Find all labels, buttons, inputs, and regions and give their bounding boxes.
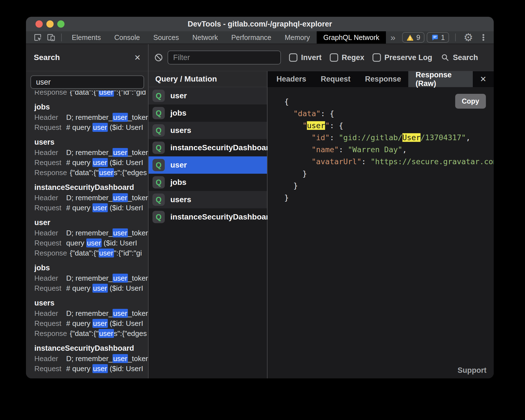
search-result-line[interactable]: Request# query user ($id: UserI: [34, 203, 148, 213]
query-item-user[interactable]: Quser: [149, 87, 267, 104]
invert-checkbox-box[interactable]: [289, 53, 297, 62]
search-panel-title: Search: [34, 53, 60, 62]
query-item-jobs[interactable]: Qjobs: [149, 104, 267, 122]
inspect-element-icon[interactable]: [31, 31, 44, 44]
devtools-tab-console[interactable]: Console: [108, 31, 147, 44]
search-result-line[interactable]: Request# query user ($id: UserI: [34, 318, 148, 328]
search-result-line[interactable]: HeaderD; remember_user_token=e: [34, 228, 148, 238]
query-item-label: user: [170, 161, 187, 170]
search-result-field: Request: [34, 283, 63, 293]
invert-checkbox[interactable]: Invert: [289, 53, 322, 62]
search-result-line[interactable]: Response{"data":{"user":{"id":"gid: [34, 90, 148, 97]
query-item-users[interactable]: Qusers: [149, 191, 267, 208]
search-result-field: Response: [34, 328, 67, 338]
regex-checkbox-box[interactable]: [330, 53, 338, 62]
search-result-match: {"data":{"users":{"edges: [70, 328, 147, 338]
search-result-field: Request: [34, 318, 63, 328]
search-result-line[interactable]: HeaderD; remember_user_token=e: [34, 147, 148, 157]
more-options-icon[interactable]: [478, 33, 489, 42]
tab-request[interactable]: Request: [314, 71, 358, 87]
window-title: DevTools - gitlab.com/-/graphql-explorer: [188, 20, 332, 28]
search-result-operation[interactable]: users: [34, 137, 148, 147]
search-result-field: Header: [34, 193, 63, 203]
query-type-badge: Q: [152, 142, 165, 154]
query-item-instancesecuritydashboard[interactable]: QinstanceSecurityDashboard: [149, 208, 267, 226]
more-tabs-button[interactable]: »: [386, 31, 400, 44]
device-toolbar-icon[interactable]: [44, 31, 58, 44]
preserve-log-checkbox-box[interactable]: [373, 53, 381, 62]
filter-input[interactable]: Filter: [168, 51, 281, 65]
search-result-line[interactable]: Request# query user ($id: UserI: [34, 283, 148, 293]
search-result-field: Response: [34, 248, 67, 258]
json-line: "avatarUrl": "https://secure.gravatar.co…: [284, 156, 494, 168]
search-highlight: user: [113, 354, 128, 363]
zoom-window-button[interactable]: [57, 20, 65, 28]
search-result-field: Header: [34, 354, 63, 364]
copy-button[interactable]: Copy: [455, 94, 486, 109]
query-item-instancesecuritydashboard[interactable]: QinstanceSecurityDashboard: [149, 139, 267, 156]
search-result-operation[interactable]: instanceSecurityDashboard: [34, 343, 148, 354]
search-highlight: user: [99, 90, 114, 97]
clear-log-icon[interactable]: [154, 53, 163, 62]
search-result-line[interactable]: Requestquery user ($id: UserI: [34, 238, 148, 248]
search-result-line[interactable]: Request# query user ($id: UserI: [34, 364, 148, 374]
close-search-panel-icon[interactable]: ✕: [134, 53, 141, 62]
search-result-operation[interactable]: users: [34, 298, 148, 308]
query-item-jobs[interactable]: Qjobs: [149, 174, 267, 191]
devtools-tab-memory[interactable]: Memory: [278, 31, 316, 44]
search-result-line[interactable]: Response{"data":{"users":{"edges: [34, 168, 148, 178]
warnings-badge[interactable]: 9: [402, 32, 424, 43]
search-result-field: Header: [34, 112, 63, 122]
search-result-operation[interactable]: jobs: [34, 102, 148, 112]
devtools-tab-performance[interactable]: Performance: [225, 31, 278, 44]
search-highlight: user: [113, 193, 128, 202]
toolbar-divider: [455, 34, 456, 41]
search-panel: Search ✕ user Response{"data":{"user":{"…: [26, 44, 149, 378]
devtools-tab-graphql-network[interactable]: GraphQL Network: [317, 31, 386, 44]
minimize-window-button[interactable]: [46, 20, 54, 28]
search-result-match: # query user ($id: UserI: [66, 203, 143, 213]
search-result-line[interactable]: Response{"data":{"users":{"edges: [34, 328, 148, 338]
devtools-tab-network[interactable]: Network: [186, 31, 225, 44]
search-result-line[interactable]: HeaderD; remember_user_token=e: [34, 308, 148, 318]
tab-response-raw[interactable]: Response (Raw): [408, 71, 472, 87]
devtools-tab-sources[interactable]: Sources: [147, 31, 186, 44]
search-result-line[interactable]: Response{"data":{"user":{"id":"gi: [34, 248, 148, 258]
search-result-operation[interactable]: user: [34, 217, 148, 228]
query-type-badge: Q: [152, 159, 165, 171]
search-result-line[interactable]: HeaderD; remember_user_token=e: [34, 354, 148, 364]
message-icon: [431, 34, 438, 41]
query-item-users[interactable]: Qusers: [149, 122, 267, 139]
search-result-line[interactable]: Request# query user ($id: UserI: [34, 122, 148, 132]
search-result-line[interactable]: HeaderD; remember_user_token=e: [34, 273, 148, 283]
search-result-field: Response: [34, 168, 67, 178]
search-result-line[interactable]: Request# query user ($id: UserI: [34, 157, 148, 168]
devtools-tab-elements[interactable]: Elements: [65, 31, 108, 44]
issues-badge[interactable]: 1: [427, 32, 449, 43]
search-highlight: user: [99, 249, 114, 257]
tab-response[interactable]: Response: [358, 71, 408, 87]
toolbar-right: 9 1 ⚙: [402, 31, 494, 44]
support-link[interactable]: Support: [458, 366, 486, 375]
tab-headers[interactable]: Headers: [269, 71, 314, 87]
close-detail-icon[interactable]: ✕: [473, 71, 494, 87]
search-result-line[interactable]: HeaderD; remember_user_token=e: [34, 193, 148, 203]
devtools-tab-bar: ElementsConsoleSourcesNetworkPerformance…: [65, 31, 386, 44]
query-item-user[interactable]: Quser: [149, 156, 267, 174]
search-toggle-button[interactable]: Search: [441, 53, 478, 62]
settings-gear-icon[interactable]: ⚙: [462, 32, 475, 43]
search-highlight: user: [113, 309, 128, 318]
search-result-operation[interactable]: jobs: [34, 262, 148, 273]
preserve-log-checkbox[interactable]: Preserve Log: [373, 53, 432, 62]
search-input-value: user: [36, 78, 51, 87]
query-type-badge: Q: [152, 176, 165, 188]
search-highlight: user: [113, 148, 128, 157]
search-result-line[interactable]: HeaderD; remember_user_token=e: [34, 112, 148, 122]
query-list-header: Query / Mutation: [149, 71, 267, 87]
search-result-field: Header: [34, 273, 63, 283]
search-input[interactable]: user: [30, 75, 144, 89]
search-result-match: D; remember_user_token=e: [66, 308, 148, 318]
close-window-button[interactable]: [35, 20, 43, 28]
regex-checkbox[interactable]: Regex: [330, 53, 364, 62]
search-result-operation[interactable]: instanceSecurityDashboard: [34, 182, 148, 193]
